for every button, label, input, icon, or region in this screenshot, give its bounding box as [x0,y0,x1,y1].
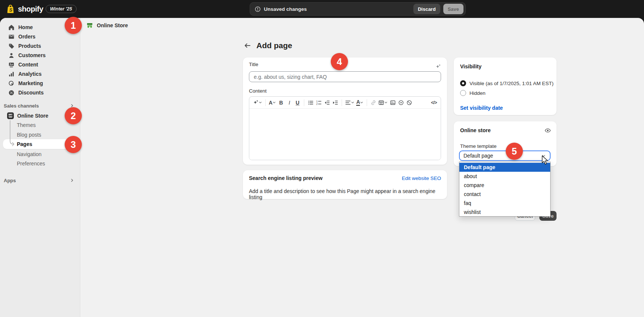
chevron-down-icon [384,100,388,105]
underline-button[interactable]: U [294,98,301,107]
navigation-label: Navigation [17,151,41,157]
magic-button[interactable] [252,98,263,107]
brand-wordmark: shopify [18,5,43,13]
unsaved-changes-bar: Unsaved changes Discard Save [250,2,466,16]
video-button[interactable] [397,98,405,107]
visibility-card: Visibility Visible (as of 1/7/2025, 1:01… [454,58,557,115]
sidebar-item-preferences[interactable]: Preferences [0,159,80,168]
selected-template-value: Default page [463,153,493,159]
breadcrumb[interactable]: Online Store [86,21,128,30]
seo-card: Search engine listing preview Edit websi… [243,170,447,199]
hidden-option-label: Hidden [469,90,486,96]
chevron-down-icon [258,100,262,105]
set-visibility-date-link[interactable]: Set visibility date [460,105,503,111]
sidebar-item-label: Content [18,62,38,68]
sidebar-item-label: Products [18,43,41,49]
home-icon [8,24,15,31]
font-style-button[interactable]: A [268,98,277,107]
chevron-down-icon [360,100,364,105]
page-title: Add page [256,41,292,50]
topbar: S shopify Winter '25 Unsaved changes Dis… [0,0,644,18]
content-label: Content [249,88,266,94]
outdent-icon [324,100,330,106]
code-view-button[interactable]: </> [430,98,438,107]
orders-icon [8,34,15,40]
radio-unselected-icon[interactable] [460,90,466,96]
sales-channels-label: Sales channels [4,103,39,109]
bold-button[interactable]: B [277,98,285,107]
indent-button[interactable] [332,98,339,107]
products-icon [8,43,15,49]
annotation-step-1: 1 [65,17,82,34]
sidebar-item-discounts[interactable]: Discounts [0,88,80,97]
numbered-list-icon [316,100,322,106]
sidebar-item-label: Customers [18,52,46,58]
text-color-button[interactable]: A [356,98,364,107]
align-icon [345,100,351,106]
toolbar-divider [342,99,342,106]
editor-body[interactable] [249,109,441,160]
online-store-label: Online Store [17,113,48,119]
editor-toolbar: A B I U A </> [249,97,441,109]
template-option-faq[interactable]: faq [459,199,550,208]
image-icon [390,100,396,106]
page-form-card: Title Content A B I U A [243,58,447,165]
back-arrow-icon[interactable] [244,42,251,49]
alignment-button[interactable] [345,98,355,107]
underline-icon: U [296,100,299,105]
online-store-card: Online store Theme template Default page [454,121,557,166]
title-input[interactable] [249,71,441,82]
annotation-step-4: 4 [331,53,348,70]
radio-selected-icon[interactable] [460,80,466,86]
sidebar-item-analytics[interactable]: Analytics [0,69,80,79]
chevron-right-icon[interactable] [70,178,75,183]
image-button[interactable] [389,98,397,107]
table-button[interactable] [378,98,388,107]
visible-radio-row[interactable]: Visible (as of 1/7/2025, 1:01 AM EST) [460,80,554,86]
shopify-logo[interactable]: S shopify [6,4,43,14]
chevron-down-icon [272,100,276,105]
sidebar-item-orders[interactable]: Orders [0,32,80,41]
numbered-list-button[interactable] [315,98,323,107]
shopify-bag-icon: S [6,4,15,14]
main-nav: Home Orders Products Customers Content A… [0,23,80,97]
visible-option-label: Visible (as of 1/7/2025, 1:01 AM EST) [469,81,554,86]
theme-template-select[interactable]: Default page [459,150,551,161]
content-editor: A B I U A </> [249,96,441,160]
sidebar-item-content[interactable]: Content [0,60,80,69]
outdent-button[interactable] [323,98,331,107]
clear-formatting-button[interactable] [406,98,413,107]
bullet-list-button[interactable] [307,98,314,107]
chevron-down-icon [351,100,355,105]
discard-button[interactable]: Discard [413,4,440,14]
template-dropdown: Default page about compare contact faq w… [459,162,551,217]
magic-sparkle-icon[interactable] [435,64,441,70]
clear-formatting-icon [406,100,412,106]
template-option-default-page[interactable]: Default page [459,163,550,172]
content-icon [8,62,15,68]
save-button-topbar[interactable]: Save [443,4,463,14]
template-option-wishlist[interactable]: wishlist [459,208,550,217]
link-button[interactable] [370,98,377,107]
template-option-contact[interactable]: contact [459,190,550,199]
themes-label: Themes [17,122,36,128]
hidden-radio-row[interactable]: Hidden [460,90,486,96]
customers-icon [8,52,15,59]
svg-text:S: S [9,7,13,13]
page-header: Add page [244,41,292,50]
template-option-about[interactable]: about [459,172,550,181]
online-store-green-icon [86,22,93,29]
toolbar-divider [304,99,304,106]
sidebar-item-customers[interactable]: Customers [0,51,80,60]
template-option-compare[interactable]: compare [459,181,550,190]
indent-icon [332,100,338,106]
sidebar-item-products[interactable]: Products [0,41,80,51]
preferences-label: Preferences [17,161,45,167]
eye-icon[interactable] [545,127,551,134]
italic-button[interactable]: I [286,98,293,107]
sidebar: Home Orders Products Customers Content A… [0,18,80,317]
title-label: Title [249,62,258,67]
sidebar-item-marketing[interactable]: Marketing [0,79,80,88]
sidebar-item-label: Marketing [18,80,43,86]
edit-website-seo-link[interactable]: Edit website SEO [402,175,441,181]
